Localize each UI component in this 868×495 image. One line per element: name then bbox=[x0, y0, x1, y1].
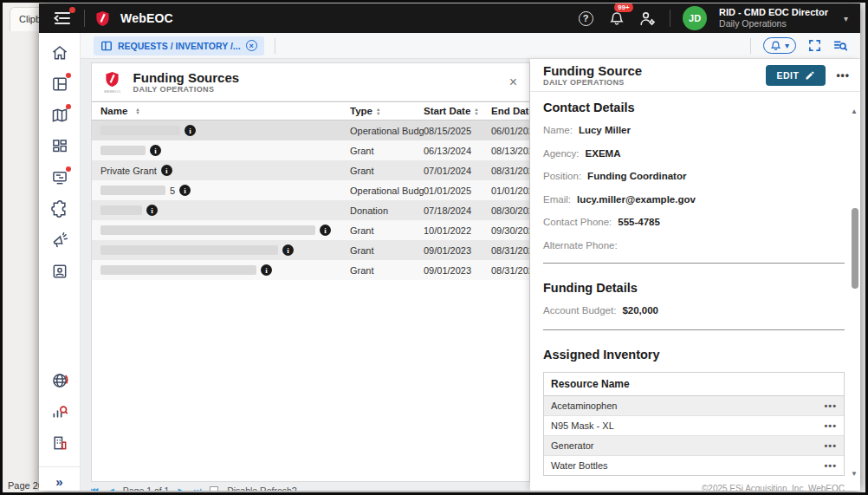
inventory-row[interactable]: N95 Mask - XL••• bbox=[544, 416, 844, 436]
funding-table-rows: iOperational Budget08/15/202506/01/202iG… bbox=[92, 120, 529, 280]
inventory-resource-name: Water Bottles bbox=[551, 460, 608, 471]
sort-icon[interactable]: ▲▼ bbox=[376, 107, 380, 115]
field-label: Agency: bbox=[543, 148, 580, 159]
background-desktop: Clipb Page 26 WebEOC ? 99+ bbox=[3, 3, 865, 492]
next-page-icon[interactable]: ▶ bbox=[178, 486, 185, 492]
sort-icon[interactable]: ▲▼ bbox=[474, 107, 478, 115]
alerts-dropdown[interactable]: ▾ bbox=[763, 37, 796, 54]
table-row[interactable]: iGrant10/01/202209/30/202 bbox=[92, 220, 529, 240]
sidebar-dashboard-icon[interactable] bbox=[50, 137, 69, 156]
edit-button[interactable]: EDIT bbox=[766, 65, 826, 86]
sidebar-organization-icon[interactable] bbox=[50, 433, 69, 453]
inventory-row[interactable]: Water Bottles••• bbox=[544, 456, 844, 475]
column-header-type[interactable]: Type▲▼ bbox=[350, 106, 424, 116]
sidebar-plugins-icon[interactable] bbox=[50, 199, 69, 218]
sidebar-home-icon[interactable] bbox=[50, 43, 69, 62]
expand-sidebar-icon[interactable]: » bbox=[55, 474, 62, 489]
notification-dot bbox=[66, 166, 71, 172]
detail-subtitle: DAILY OPERATIONS bbox=[543, 78, 642, 87]
info-icon[interactable]: i bbox=[185, 125, 196, 136]
previous-page-icon[interactable]: ◀ bbox=[107, 486, 114, 492]
info-icon[interactable]: i bbox=[146, 205, 158, 216]
fullscreen-icon[interactable] bbox=[808, 39, 821, 52]
cell-type: Grant bbox=[350, 245, 424, 256]
info-icon[interactable]: i bbox=[150, 145, 161, 156]
user-menu-chevron-icon[interactable]: ▾ bbox=[844, 14, 848, 23]
sidebar-status-board-icon[interactable] bbox=[50, 168, 69, 187]
cell-start-date: 07/18/2024 bbox=[424, 205, 491, 216]
cell-end-date: 06/01/202 bbox=[491, 126, 529, 136]
info-icon[interactable]: i bbox=[179, 185, 191, 196]
inventory-row[interactable]: Generator••• bbox=[544, 436, 844, 456]
detail-field: Agency:EXEMA bbox=[543, 148, 845, 159]
user-info[interactable]: RID - CMD EOC Director Daily Operations bbox=[719, 7, 828, 30]
table-row[interactable]: 5iOperational Budget01/01/202501/01/202 bbox=[92, 180, 529, 200]
cell-end-date: 01/01/202 bbox=[491, 186, 529, 196]
disable-refresh-checkbox[interactable] bbox=[210, 486, 218, 491]
funding-sources-header: WEBEOC Funding Sources DAILY OPERATIONS … bbox=[92, 63, 529, 101]
last-page-icon[interactable]: ⏭ bbox=[193, 485, 201, 491]
row-options-icon[interactable]: ••• bbox=[824, 460, 837, 471]
cell-end-date: 08/13/202 bbox=[491, 146, 529, 156]
pencil-icon bbox=[805, 70, 815, 81]
pagination-bar: ⏮◀Page 1 of 1▶⏭Disable Refresh? bbox=[91, 485, 297, 491]
inventory-resource-name: Acetaminophen bbox=[551, 401, 617, 411]
table-row[interactable]: iGrant09/01/202308/31/202 bbox=[92, 240, 529, 260]
column-header-end-date[interactable]: End Date▲▼ bbox=[491, 106, 529, 116]
info-icon[interactable]: i bbox=[320, 225, 331, 236]
divider bbox=[543, 263, 845, 264]
cell-name: i bbox=[92, 264, 350, 276]
notifications-bell-icon[interactable]: 99+ bbox=[607, 9, 626, 28]
column-header-name[interactable]: Name▲▼ bbox=[92, 106, 350, 116]
user-role: RID - CMD EOC Director bbox=[719, 7, 828, 19]
menu-toggle-icon[interactable] bbox=[53, 10, 74, 27]
info-icon[interactable]: i bbox=[161, 165, 172, 176]
divider bbox=[750, 38, 751, 54]
row-options-icon[interactable]: ••• bbox=[824, 440, 837, 451]
table-row[interactable]: iGrant09/01/202308/31/202 bbox=[92, 260, 529, 280]
sidebar-contacts-icon[interactable] bbox=[50, 262, 69, 281]
table-row[interactable]: iDonation07/18/202408/30/202 bbox=[92, 200, 529, 220]
info-icon[interactable]: i bbox=[282, 244, 294, 256]
scrollbar-thumb[interactable] bbox=[852, 208, 858, 289]
webeoc-logo-icon bbox=[95, 10, 110, 28]
row-options-icon[interactable]: ••• bbox=[824, 420, 837, 431]
scroll-down-icon[interactable]: ▼ bbox=[851, 470, 858, 478]
copyright-text: ©2025 ESi Acquisition, Inc. WebEOC bbox=[702, 484, 845, 491]
cell-name: i bbox=[92, 225, 350, 236]
board-tab-requests-inventory[interactable]: REQUESTS / INVENTORY /... × bbox=[94, 36, 264, 55]
cell-start-date: 09/01/2023 bbox=[424, 245, 491, 256]
inventory-row[interactable]: Acetaminophen••• bbox=[544, 396, 844, 416]
notification-dot bbox=[66, 73, 71, 78]
sort-icon[interactable]: ▲▼ bbox=[135, 107, 139, 115]
table-row[interactable]: iGrant06/13/202408/13/202 bbox=[92, 140, 529, 160]
user-settings-icon[interactable] bbox=[638, 9, 657, 28]
cell-name: i bbox=[92, 244, 350, 256]
sidebar-announcements-icon[interactable] bbox=[50, 231, 69, 250]
divider bbox=[84, 10, 85, 27]
field-label: Contact Phone: bbox=[543, 217, 612, 227]
detail-field: Email:lucy.miller@example.gov bbox=[543, 194, 845, 205]
detail-header: Funding Source DAILY OPERATIONS EDIT ••• bbox=[530, 59, 860, 92]
cell-start-date: 01/01/2025 bbox=[424, 186, 491, 196]
more-options-icon[interactable]: ••• bbox=[836, 69, 850, 81]
column-header-start-date[interactable]: Start Date▲▼ bbox=[424, 106, 491, 116]
search-list-icon[interactable] bbox=[833, 39, 848, 52]
close-tab-icon[interactable]: × bbox=[246, 40, 257, 51]
sidebar-globe-icon[interactable] bbox=[50, 371, 69, 390]
info-icon[interactable]: i bbox=[261, 264, 272, 276]
sidebar-report-search-icon[interactable] bbox=[50, 402, 69, 421]
sidebar-boards-icon[interactable] bbox=[50, 75, 69, 94]
inventory-resource-name: Generator bbox=[551, 440, 594, 451]
table-row[interactable]: Private GrantiGrant07/01/202408/31/202 bbox=[92, 160, 529, 180]
notification-badge: 99+ bbox=[614, 3, 633, 12]
user-avatar[interactable]: JD bbox=[683, 6, 707, 30]
table-row[interactable]: iOperational Budget08/15/202506/01/202 bbox=[92, 120, 529, 140]
close-panel-icon[interactable]: × bbox=[506, 73, 521, 92]
row-options-icon[interactable]: ••• bbox=[824, 401, 837, 411]
field-label: Name: bbox=[543, 125, 573, 135]
help-icon[interactable]: ? bbox=[576, 9, 595, 28]
first-page-icon[interactable]: ⏮ bbox=[91, 485, 99, 491]
sidebar-maps-icon[interactable] bbox=[50, 106, 69, 125]
scroll-up-icon[interactable]: ▲ bbox=[851, 107, 858, 115]
